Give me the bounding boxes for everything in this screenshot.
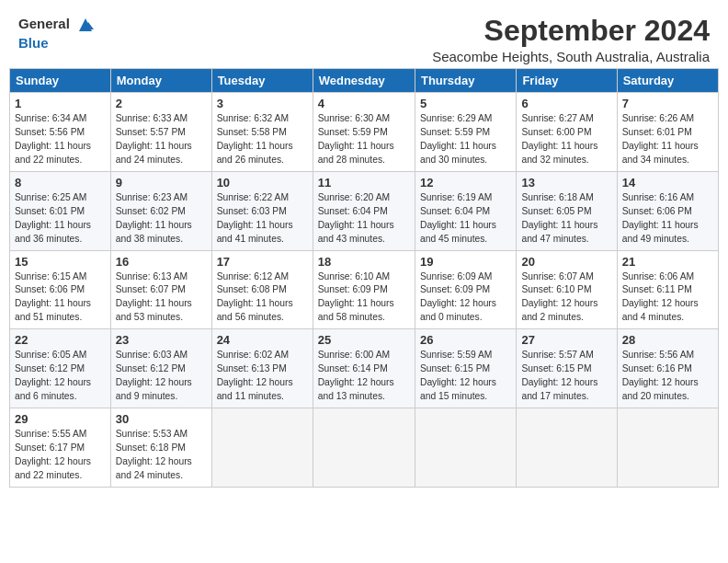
day-number: 14 xyxy=(622,176,713,190)
calendar-week-row: 29Sunrise: 5:55 AMSunset: 6:17 PMDayligh… xyxy=(10,408,719,487)
day-number: 1 xyxy=(15,97,106,110)
logo-icon xyxy=(75,15,96,35)
day-number: 4 xyxy=(318,97,410,110)
day-number: 22 xyxy=(15,333,106,347)
cell-info: Sunrise: 6:32 AMSunset: 5:58 PMDaylight:… xyxy=(217,113,293,165)
day-number: 17 xyxy=(217,255,308,269)
cell-info: Sunrise: 6:02 AMSunset: 6:13 PMDaylight:… xyxy=(217,350,293,401)
calendar-week-row: 1Sunrise: 6:34 AMSunset: 5:56 PMDaylight… xyxy=(10,93,719,172)
col-header-sunday: Sunday xyxy=(10,69,111,93)
calendar-cell: 21Sunrise: 6:06 AMSunset: 6:11 PMDayligh… xyxy=(617,250,718,329)
calendar-cell: 28Sunrise: 5:56 AMSunset: 6:16 PMDayligh… xyxy=(617,329,718,408)
cell-info: Sunrise: 6:12 AMSunset: 6:08 PMDaylight:… xyxy=(217,271,293,323)
cell-info: Sunrise: 6:03 AMSunset: 6:12 PMDaylight:… xyxy=(116,350,192,401)
day-number: 3 xyxy=(217,97,308,110)
day-number: 6 xyxy=(521,97,611,110)
calendar-week-row: 15Sunrise: 6:15 AMSunset: 6:06 PMDayligh… xyxy=(10,250,719,329)
day-number: 28 xyxy=(622,333,713,347)
day-number: 18 xyxy=(318,255,410,269)
cell-info: Sunrise: 6:15 AMSunset: 6:06 PMDaylight:… xyxy=(15,271,91,323)
day-number: 30 xyxy=(116,412,207,426)
calendar-cell: 15Sunrise: 6:15 AMSunset: 6:06 PMDayligh… xyxy=(10,250,111,329)
calendar-cell: 25Sunrise: 6:00 AMSunset: 6:14 PMDayligh… xyxy=(313,329,415,408)
calendar-cell xyxy=(415,408,516,487)
cell-info: Sunrise: 6:10 AMSunset: 6:09 PMDaylight:… xyxy=(318,271,394,323)
cell-info: Sunrise: 6:16 AMSunset: 6:06 PMDaylight:… xyxy=(622,192,699,244)
cell-info: Sunrise: 6:18 AMSunset: 6:05 PMDaylight:… xyxy=(521,192,597,244)
calendar-cell: 22Sunrise: 6:05 AMSunset: 6:12 PMDayligh… xyxy=(10,329,111,408)
logo: General Blue xyxy=(18,15,96,52)
calendar-cell: 7Sunrise: 6:26 AMSunset: 6:01 PMDaylight… xyxy=(617,93,718,172)
title-block: September 2024 Seacombe Heights, South A… xyxy=(432,15,710,64)
day-number: 19 xyxy=(420,255,511,269)
cell-info: Sunrise: 6:00 AMSunset: 6:14 PMDaylight:… xyxy=(318,350,394,401)
day-number: 7 xyxy=(622,97,713,110)
calendar-table: SundayMondayTuesdayWednesdayThursdayFrid… xyxy=(9,68,719,487)
calendar-cell: 30Sunrise: 5:53 AMSunset: 6:18 PMDayligh… xyxy=(110,408,211,487)
calendar-cell xyxy=(617,408,718,487)
calendar-cell: 23Sunrise: 6:03 AMSunset: 6:12 PMDayligh… xyxy=(110,329,211,408)
calendar-cell: 8Sunrise: 6:25 AMSunset: 6:01 PMDaylight… xyxy=(10,171,111,250)
page-subtitle: Seacombe Heights, South Australia, Austr… xyxy=(432,49,710,64)
col-header-monday: Monday xyxy=(110,69,211,93)
calendar-header-row: SundayMondayTuesdayWednesdayThursdayFrid… xyxy=(10,69,719,93)
col-header-saturday: Saturday xyxy=(617,69,718,93)
day-number: 9 xyxy=(116,176,207,190)
day-number: 20 xyxy=(521,255,611,269)
cell-info: Sunrise: 6:22 AMSunset: 6:03 PMDaylight:… xyxy=(217,192,293,244)
day-number: 26 xyxy=(420,333,511,347)
day-number: 24 xyxy=(217,333,308,347)
calendar-cell: 27Sunrise: 5:57 AMSunset: 6:15 PMDayligh… xyxy=(517,329,617,408)
cell-info: Sunrise: 6:26 AMSunset: 6:01 PMDaylight:… xyxy=(622,113,699,165)
calendar-cell xyxy=(517,408,617,487)
cell-info: Sunrise: 5:55 AMSunset: 6:17 PMDaylight:… xyxy=(15,429,91,480)
day-number: 5 xyxy=(420,97,511,110)
calendar-cell: 9Sunrise: 6:23 AMSunset: 6:02 PMDaylight… xyxy=(110,171,211,250)
calendar-cell: 1Sunrise: 6:34 AMSunset: 5:56 PMDaylight… xyxy=(10,93,111,172)
day-number: 15 xyxy=(15,255,106,269)
calendar-cell: 10Sunrise: 6:22 AMSunset: 6:03 PMDayligh… xyxy=(211,171,313,250)
cell-info: Sunrise: 6:27 AMSunset: 6:00 PMDaylight:… xyxy=(521,113,597,165)
col-header-thursday: Thursday xyxy=(415,69,516,93)
cell-info: Sunrise: 6:23 AMSunset: 6:02 PMDaylight:… xyxy=(116,192,192,244)
day-number: 25 xyxy=(318,333,410,347)
logo-blue-text: Blue xyxy=(18,35,96,52)
col-header-tuesday: Tuesday xyxy=(211,69,313,93)
day-number: 10 xyxy=(217,176,308,190)
calendar-week-row: 8Sunrise: 6:25 AMSunset: 6:01 PMDaylight… xyxy=(10,171,719,250)
calendar-cell: 20Sunrise: 6:07 AMSunset: 6:10 PMDayligh… xyxy=(517,250,617,329)
calendar-cell: 3Sunrise: 6:32 AMSunset: 5:58 PMDaylight… xyxy=(211,93,313,172)
calendar-cell: 6Sunrise: 6:27 AMSunset: 6:00 PMDaylight… xyxy=(517,93,617,172)
col-header-friday: Friday xyxy=(517,69,617,93)
calendar-cell xyxy=(211,408,313,487)
day-number: 13 xyxy=(521,176,611,190)
calendar-cell: 26Sunrise: 5:59 AMSunset: 6:15 PMDayligh… xyxy=(415,329,516,408)
col-header-wednesday: Wednesday xyxy=(313,69,415,93)
calendar-cell: 17Sunrise: 6:12 AMSunset: 6:08 PMDayligh… xyxy=(211,250,313,329)
cell-info: Sunrise: 5:59 AMSunset: 6:15 PMDaylight:… xyxy=(420,350,496,401)
calendar-cell: 4Sunrise: 6:30 AMSunset: 5:59 PMDaylight… xyxy=(313,93,415,172)
calendar-cell: 11Sunrise: 6:20 AMSunset: 6:04 PMDayligh… xyxy=(313,171,415,250)
calendar-cell: 24Sunrise: 6:02 AMSunset: 6:13 PMDayligh… xyxy=(211,329,313,408)
cell-info: Sunrise: 6:06 AMSunset: 6:11 PMDaylight:… xyxy=(622,271,699,323)
calendar-cell: 5Sunrise: 6:29 AMSunset: 5:59 PMDaylight… xyxy=(415,93,516,172)
day-number: 12 xyxy=(420,176,511,190)
cell-info: Sunrise: 6:09 AMSunset: 6:09 PMDaylight:… xyxy=(420,271,496,323)
cell-info: Sunrise: 6:07 AMSunset: 6:10 PMDaylight:… xyxy=(521,271,597,323)
cell-info: Sunrise: 6:13 AMSunset: 6:07 PMDaylight:… xyxy=(116,271,192,323)
cell-info: Sunrise: 6:05 AMSunset: 6:12 PMDaylight:… xyxy=(15,350,91,401)
page-title: September 2024 xyxy=(432,15,710,47)
calendar-cell: 12Sunrise: 6:19 AMSunset: 6:04 PMDayligh… xyxy=(415,171,516,250)
cell-info: Sunrise: 5:53 AMSunset: 6:18 PMDaylight:… xyxy=(116,429,192,480)
calendar-cell: 19Sunrise: 6:09 AMSunset: 6:09 PMDayligh… xyxy=(415,250,516,329)
logo-text: General xyxy=(18,15,96,35)
cell-info: Sunrise: 6:25 AMSunset: 6:01 PMDaylight:… xyxy=(15,192,91,244)
calendar-cell xyxy=(313,408,415,487)
day-number: 21 xyxy=(622,255,713,269)
calendar-cell: 18Sunrise: 6:10 AMSunset: 6:09 PMDayligh… xyxy=(313,250,415,329)
day-number: 11 xyxy=(318,176,410,190)
calendar-cell: 13Sunrise: 6:18 AMSunset: 6:05 PMDayligh… xyxy=(517,171,617,250)
calendar-week-row: 22Sunrise: 6:05 AMSunset: 6:12 PMDayligh… xyxy=(10,329,719,408)
calendar-cell: 29Sunrise: 5:55 AMSunset: 6:17 PMDayligh… xyxy=(10,408,111,487)
cell-info: Sunrise: 6:29 AMSunset: 5:59 PMDaylight:… xyxy=(420,113,496,165)
